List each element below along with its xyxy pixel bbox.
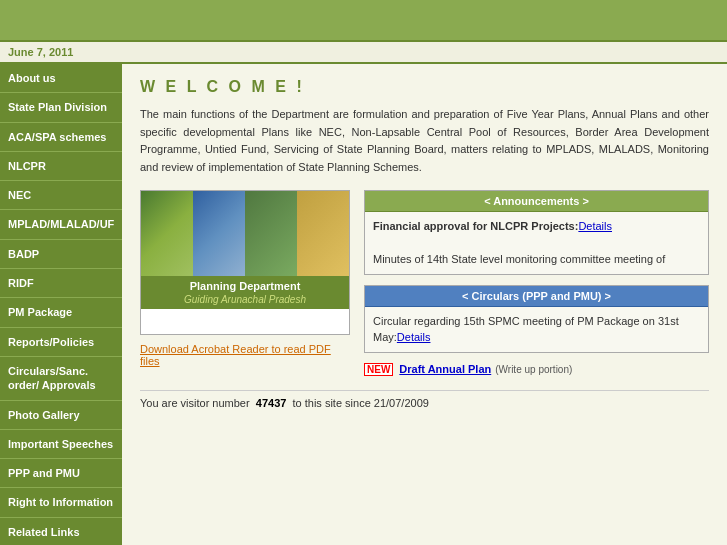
announce-item-1: Financial approval for NLCPR Projects:De… — [373, 218, 700, 235]
announcements-body: Financial approval for NLCPR Projects:De… — [365, 212, 708, 274]
sidebar-item-aca-spa-schemes[interactable]: ACA/SPA schemes — [0, 123, 122, 152]
announce-item-2: Minutes of 14th State level monitoring c… — [373, 251, 700, 268]
img-seg-1 — [141, 191, 193, 276]
left-column: Planning Department Guiding Arunachal Pr… — [140, 190, 350, 376]
sidebar-item-important-speeches[interactable]: Important Speeches — [0, 430, 122, 459]
circulars-header: < Circulars (PPP and PMU) > — [365, 286, 708, 307]
circulars-link[interactable]: Details — [397, 331, 431, 343]
img-seg-2 — [193, 191, 245, 276]
sidebar-item-nlcpr[interactable]: NLCPR — [0, 152, 122, 181]
planning-dept-label: Planning Department — [141, 276, 349, 294]
date-bar: June 7, 2011 — [0, 40, 727, 64]
announcements-box: < Announcements > Financial approval for… — [364, 190, 709, 275]
sidebar-item-circulars-sanc[interactable]: Circulars/Sanc. order/ Approvals — [0, 357, 122, 401]
content-row: Planning Department Guiding Arunachal Pr… — [140, 190, 709, 376]
sidebar-item-photo-gallery[interactable]: Photo Gallery — [0, 401, 122, 430]
sidebar-item-related-links[interactable]: Related Links — [0, 518, 122, 545]
top-bar — [0, 0, 727, 40]
draft-row: NEW Draft Annual Plan (Write up portion) — [364, 363, 709, 376]
welcome-title: W E L C O M E ! — [140, 78, 709, 96]
circulars-box: < Circulars (PPP and PMU) > Circular reg… — [364, 285, 709, 353]
date-text: June 7, 2011 — [8, 46, 73, 58]
new-badge: NEW — [364, 363, 393, 376]
planning-dept-sublabel: Guiding Arunachal Pradesh — [141, 294, 349, 309]
sidebar: About usState Plan DivisionACA/SPA schem… — [0, 64, 122, 545]
content-area: W E L C O M E ! The main functions of th… — [122, 64, 727, 545]
sidebar-item-ridf[interactable]: RIDF — [0, 269, 122, 298]
img-seg-4 — [297, 191, 349, 276]
visitor-suffix: to this site since 21/07/2009 — [293, 397, 429, 409]
sidebar-item-mplad[interactable]: MPLAD/MLALAD/UF — [0, 210, 122, 239]
visitor-number: 47437 — [256, 397, 287, 409]
visitor-prefix: You are visitor number — [140, 397, 250, 409]
draft-annual-plan-link[interactable]: Draft Annual Plan — [399, 363, 491, 375]
sidebar-item-about-us[interactable]: About us — [0, 64, 122, 93]
draft-note: (Write up portion) — [495, 364, 572, 375]
image-collage — [141, 191, 349, 276]
sidebar-item-right-to-info[interactable]: Right to Information — [0, 488, 122, 517]
sidebar-item-badp[interactable]: BADP — [0, 240, 122, 269]
right-column: < Announcements > Financial approval for… — [364, 190, 709, 376]
sidebar-item-nec[interactable]: NEC — [0, 181, 122, 210]
main-layout: About usState Plan DivisionACA/SPA schem… — [0, 64, 727, 545]
download-acrobat-link[interactable]: Download Acrobat Reader to read PDF file… — [140, 343, 350, 367]
img-seg-3 — [245, 191, 297, 276]
announce-item-1-link[interactable]: Details — [578, 220, 612, 232]
sidebar-item-ppp-pmu[interactable]: PPP and PMU — [0, 459, 122, 488]
sidebar-item-pm-package[interactable]: PM Package — [0, 298, 122, 327]
intro-text: The main functions of the Department are… — [140, 106, 709, 176]
circulars-body: Circular regarding 15th SPMC meeting of … — [365, 307, 708, 352]
announcements-header: < Announcements > — [365, 191, 708, 212]
visitor-bar: You are visitor number 47437 to this sit… — [140, 390, 709, 415]
sidebar-item-state-plan-division[interactable]: State Plan Division — [0, 93, 122, 122]
planning-image-box: Planning Department Guiding Arunachal Pr… — [140, 190, 350, 335]
announce-item-1-text: Financial approval for NLCPR Projects: — [373, 220, 578, 232]
sidebar-item-reports-policies[interactable]: Reports/Policies — [0, 328, 122, 357]
